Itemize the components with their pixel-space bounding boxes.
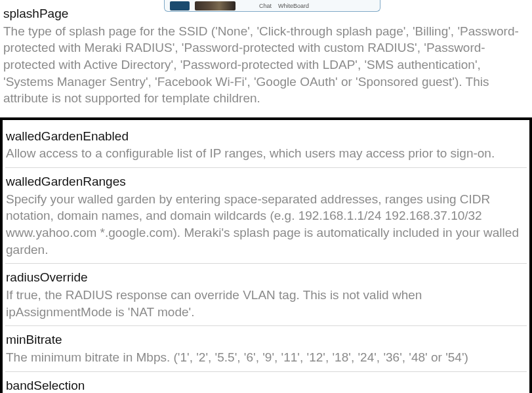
param-name: minBitrate xyxy=(6,331,526,348)
toolbar-links: Chat WhiteBoard xyxy=(259,3,309,9)
param-description: The minimum bitrate in Mbps. ('1', '2', … xyxy=(6,349,526,366)
param-section-radiusoverride: radiusOverride If true, the RADIUS respo… xyxy=(5,263,527,325)
param-description: Allow access to a configurable list of I… xyxy=(6,145,526,162)
param-name: walledGardenRanges xyxy=(6,173,526,190)
bottom-panel: walledGardenEnabled Allow access to a co… xyxy=(0,120,532,393)
toolbar-badge-icon xyxy=(170,1,190,10)
chat-link[interactable]: Chat xyxy=(259,3,272,9)
param-section-walledgardenenabled: walledGardenEnabled Allow access to a co… xyxy=(5,123,527,167)
param-description: If true, the RADIUS response can overrid… xyxy=(6,287,526,320)
param-description: Specify your walled garden by entering s… xyxy=(6,191,526,259)
param-section-splashpage: splashPage The type of splash page for t… xyxy=(3,0,529,112)
toolbar-user-photo xyxy=(195,1,235,10)
whiteboard-link[interactable]: WhiteBoard xyxy=(278,3,309,9)
param-name: bandSelection xyxy=(6,377,526,393)
param-section-bandselection: bandSelection The client-serving radio f… xyxy=(5,371,527,393)
param-description: The type of splash page for the SSID ('N… xyxy=(3,23,529,107)
param-name: radiusOverride xyxy=(6,269,526,286)
top-panel: splashPage The type of splash page for t… xyxy=(0,0,532,120)
floating-toolbar: Chat WhiteBoard xyxy=(164,0,380,12)
param-section-walledgardenranges: walledGardenRanges Specify your walled g… xyxy=(5,167,527,263)
param-section-minbitrate: minBitrate The minimum bitrate in Mbps. … xyxy=(5,325,527,371)
param-name: walledGardenEnabled xyxy=(6,128,526,145)
